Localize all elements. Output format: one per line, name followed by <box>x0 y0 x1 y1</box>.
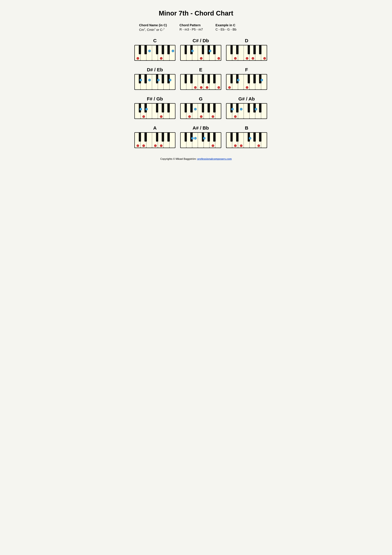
footer-link[interactable]: professionalcomposers.com <box>197 158 232 160</box>
dot-red <box>218 86 220 89</box>
dot-red <box>257 145 260 147</box>
chord-block-Csharp: C# / Db <box>180 38 221 61</box>
chord-block-C: C <box>134 38 175 61</box>
chord-name-Asharp: A# / Bb <box>192 125 209 131</box>
chord-block-Dsharp: D# / Eb <box>134 67 175 90</box>
dot-blue <box>148 79 151 81</box>
dot-blue <box>145 108 148 110</box>
pattern-value: R - m3 - P5 - m7 <box>179 28 203 31</box>
piano-Csharp <box>180 45 221 61</box>
dot-blue <box>148 50 151 52</box>
chord-name-Dsharp: D# / Eb <box>147 67 163 73</box>
piano-Asharp <box>180 132 221 148</box>
pattern-label: Chord Pattern <box>179 23 203 27</box>
chords-grid: CC# / DbDD# / EbEFF# / GbGG# / AbAA# / B… <box>134 38 258 148</box>
chord-name-A: A <box>153 125 157 131</box>
dot-blue <box>249 137 251 139</box>
chord-name-Csharp: C# / Db <box>192 38 209 43</box>
info-row: Chord Name (in C) Cm7, Cmin7 or C-7 Chor… <box>134 23 258 32</box>
dot-red <box>218 57 220 60</box>
dot-blue <box>139 108 142 110</box>
dot-red <box>200 115 202 118</box>
chord-block-E: E <box>180 67 221 90</box>
dot-blue <box>191 137 194 139</box>
chord-name-B: B <box>245 125 248 131</box>
dot-red <box>143 115 145 118</box>
dot-red <box>212 145 214 147</box>
chord-name-Gsharp: G# / Ab <box>238 96 255 102</box>
info-example: Example in C C - Eb - G - Bb <box>215 23 236 32</box>
piano-D <box>226 45 267 61</box>
chord-name-C: C <box>153 38 157 43</box>
info-pattern: Chord Pattern R - m3 - P5 - m7 <box>179 23 203 32</box>
chord-block-Fsharp: F# / Gb <box>134 96 175 119</box>
chord-name-Fsharp: F# / Gb <box>147 96 163 102</box>
dot-red <box>200 57 202 60</box>
dot-red <box>252 57 254 60</box>
piano-A <box>134 132 175 148</box>
example-label: Example in C <box>215 23 236 27</box>
dot-blue <box>255 108 257 110</box>
dot-red <box>160 115 163 118</box>
chord-name-label: Chord Name (in C) <box>139 23 167 27</box>
piano-G <box>180 103 221 119</box>
chord-name-E: E <box>199 67 202 73</box>
chord-name-F: F <box>245 67 248 73</box>
chord-block-Asharp: A# / Bb <box>180 125 221 148</box>
dot-red <box>143 145 145 147</box>
dot-red <box>228 86 231 89</box>
piano-C <box>134 45 175 61</box>
piano-B <box>226 132 267 148</box>
dot-red <box>246 86 248 89</box>
dot-red <box>188 115 191 118</box>
dot-blue <box>157 79 160 81</box>
dot-blue <box>237 79 239 81</box>
dot-blue <box>231 108 234 110</box>
chord-block-G: G <box>180 96 221 119</box>
dot-blue <box>194 108 197 110</box>
dot-red <box>154 145 157 147</box>
chord-block-A: A <box>134 125 175 148</box>
dot-blue <box>240 108 242 110</box>
piano-Fsharp <box>134 103 175 119</box>
dot-red <box>263 57 266 60</box>
chord-block-B: B <box>226 125 267 148</box>
dot-blue <box>194 137 197 139</box>
chord-name-value: Cm7, Cmin7 or C-7 <box>139 28 167 32</box>
chord-block-Gsharp: G# / Ab <box>226 96 267 119</box>
page-title: Minor 7th - Chord Chart <box>134 9 258 17</box>
dot-blue <box>191 50 194 52</box>
piano-F <box>226 74 267 90</box>
dot-red <box>240 145 242 147</box>
dot-blue <box>203 137 206 139</box>
chord-name-D: D <box>245 38 248 43</box>
dot-blue <box>172 50 174 52</box>
dot-red <box>136 145 139 147</box>
dot-red <box>160 57 163 60</box>
dot-red <box>194 86 197 89</box>
dot-red <box>160 145 163 147</box>
piano-Gsharp <box>226 103 267 119</box>
dot-red <box>200 86 202 89</box>
info-chord-name: Chord Name (in C) Cm7, Cmin7 or C-7 <box>139 23 167 32</box>
piano-E <box>180 74 221 90</box>
example-value: C - Eb - G - Bb <box>215 28 236 31</box>
dot-blue <box>139 79 142 81</box>
dot-blue <box>169 79 171 81</box>
dot-red <box>136 57 139 60</box>
dot-red <box>234 145 237 147</box>
dot-red <box>246 57 248 60</box>
dot-red <box>212 115 214 118</box>
dot-blue <box>209 50 211 52</box>
footer-text: Copyrights © Mikael Baggström: <box>160 158 197 160</box>
chord-name-G: G <box>199 96 202 102</box>
footer: Copyrights © Mikael Baggström: professio… <box>134 158 258 161</box>
piano-Dsharp <box>134 74 175 90</box>
dot-blue <box>261 79 263 81</box>
dot-red <box>234 115 237 118</box>
chord-block-D: D <box>226 38 267 61</box>
dot-red <box>234 57 237 60</box>
chord-block-F: F <box>226 67 267 90</box>
dot-red <box>206 86 208 89</box>
